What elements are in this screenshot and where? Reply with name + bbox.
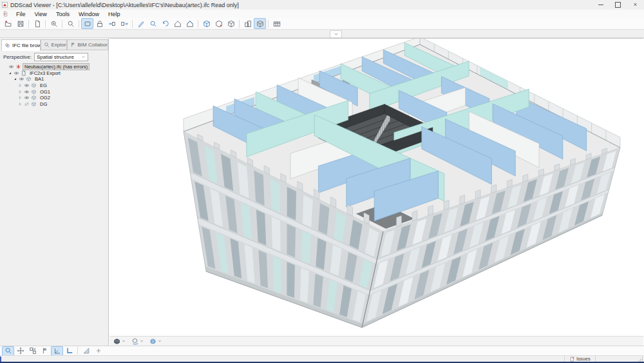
menu-file[interactable]: File bbox=[12, 10, 30, 18]
display-mode-button[interactable] bbox=[113, 338, 126, 345]
box3d-icon bbox=[31, 89, 37, 95]
perspective-value: Spatial structure bbox=[37, 54, 74, 60]
caret-col-icon bbox=[18, 90, 23, 94]
eye-icon bbox=[24, 89, 30, 95]
redline-button[interactable] bbox=[135, 18, 147, 29]
tree-item-og2[interactable]: OG2 bbox=[1, 95, 107, 101]
triangle-icon bbox=[82, 347, 90, 355]
tab-explorer[interactable]: Explorer bbox=[41, 39, 67, 50]
quantities-table-button[interactable] bbox=[270, 18, 283, 29]
view-update-button[interactable] bbox=[131, 338, 144, 345]
chevron-down-icon bbox=[158, 339, 162, 343]
zoom-selection-button[interactable] bbox=[147, 18, 159, 29]
title-bar: DDScad Viewer - [C:\Users\allefeld\Deskt… bbox=[0, 0, 644, 10]
bldg-sm-icon bbox=[244, 20, 252, 28]
caret-exp-icon bbox=[13, 77, 17, 81]
chevron-down-icon bbox=[122, 339, 126, 343]
resize-grip[interactable] bbox=[638, 357, 643, 362]
undo-icon bbox=[162, 20, 169, 28]
toolbar-separator bbox=[77, 347, 78, 355]
clipping-lock-button[interactable] bbox=[93, 18, 106, 29]
open-file-button[interactable] bbox=[2, 18, 14, 29]
page-icon bbox=[33, 20, 41, 28]
view-cube-button[interactable] bbox=[225, 18, 237, 29]
caret-exp-icon bbox=[8, 71, 12, 75]
zoom-mode-button[interactable] bbox=[2, 346, 14, 356]
section-in-button[interactable] bbox=[106, 18, 118, 29]
toolbar-separator bbox=[268, 20, 269, 28]
pan-mode-button[interactable] bbox=[14, 346, 26, 356]
zoom-blue-icon bbox=[149, 20, 157, 28]
home-icon bbox=[174, 20, 182, 28]
toolbar-separator bbox=[79, 20, 79, 28]
issues-label: Issues bbox=[576, 356, 591, 362]
perspective-select[interactable]: Spatial structure bbox=[34, 53, 88, 61]
table-icon bbox=[273, 20, 281, 28]
minimize-button[interactable] bbox=[592, 0, 609, 10]
tree-item-og1[interactable]: OG1 bbox=[1, 88, 107, 95]
clipping-box-button[interactable] bbox=[81, 18, 93, 29]
add-measurement-button[interactable] bbox=[92, 346, 104, 356]
view-home-alt-button[interactable] bbox=[184, 18, 196, 29]
orbit-mode-button[interactable] bbox=[149, 338, 162, 345]
tree-item-eg[interactable]: EG bbox=[1, 83, 107, 89]
document-icon bbox=[3, 11, 8, 17]
eye-icon bbox=[24, 95, 30, 101]
eye-icon bbox=[8, 64, 14, 70]
tab-ifc-file-browser[interactable]: IFC file browser bbox=[1, 39, 41, 51]
cube-x-icon bbox=[215, 20, 223, 28]
home2-icon bbox=[186, 20, 194, 28]
tree-item-ba1[interactable]: BA1 bbox=[1, 76, 107, 83]
select-elements-button[interactable] bbox=[26, 346, 39, 356]
viewer-toolbar bbox=[109, 336, 643, 346]
caret-col-icon bbox=[18, 83, 23, 88]
dispmode-icon bbox=[113, 338, 120, 345]
move-icon bbox=[17, 347, 24, 355]
measure-triangle-button[interactable] bbox=[80, 346, 92, 356]
tree-item-ifc2x3-export[interactable]: IFC2x3 Export bbox=[1, 70, 107, 77]
clipbox-icon bbox=[84, 20, 91, 28]
eye-icon bbox=[19, 76, 24, 82]
chevron-down-icon bbox=[140, 339, 144, 343]
panel-collapse-button[interactable] bbox=[330, 30, 342, 38]
view-previous-button[interactable] bbox=[159, 18, 171, 29]
axes-icon bbox=[53, 347, 61, 355]
measure-ruler-button[interactable] bbox=[63, 346, 75, 356]
menu-view[interactable]: View bbox=[30, 10, 52, 18]
view-cube-clear-button[interactable] bbox=[213, 18, 225, 29]
main-toolbar bbox=[0, 18, 644, 30]
sphere-icon bbox=[149, 338, 156, 345]
maximize-button[interactable] bbox=[609, 0, 627, 10]
flag-tool-button[interactable] bbox=[39, 346, 51, 356]
toolbar-separator bbox=[28, 20, 29, 28]
toolbar-separator bbox=[198, 20, 198, 28]
axes-mode-button[interactable] bbox=[51, 346, 63, 356]
new-document-button[interactable] bbox=[31, 18, 43, 29]
ifc-structure-tree: Neubau(artec).ifc (has errors)IFC2x3 Exp… bbox=[0, 63, 108, 108]
close-button[interactable]: × bbox=[627, 0, 644, 10]
tree-item-dg[interactable]: DG bbox=[1, 101, 107, 108]
zoom-window-button[interactable] bbox=[64, 18, 77, 29]
model-view-3d-button[interactable] bbox=[254, 18, 266, 29]
menu-help[interactable]: Help bbox=[104, 10, 125, 18]
menu-window[interactable]: Window bbox=[74, 10, 104, 18]
zoom-icon bbox=[67, 20, 75, 28]
zoom-in-button[interactable] bbox=[48, 18, 60, 29]
toolbar-separator bbox=[62, 20, 62, 28]
issues-button[interactable]: Issues bbox=[564, 356, 596, 362]
model-view-small-button[interactable] bbox=[242, 18, 254, 29]
save-button[interactable] bbox=[14, 18, 26, 29]
view-home-button[interactable] bbox=[171, 18, 184, 29]
bldg-icon bbox=[256, 20, 264, 28]
3d-viewport[interactable] bbox=[109, 38, 643, 336]
app-icon bbox=[2, 2, 8, 8]
tab-bim-collaborati-[interactable]: BIM Collaborati... bbox=[67, 39, 108, 50]
page-icon bbox=[21, 70, 26, 76]
view-cube-blue-button[interactable] bbox=[200, 18, 213, 29]
zoom-blue-icon bbox=[5, 347, 12, 355]
menu-tools[interactable]: Tools bbox=[52, 10, 74, 18]
section-out-button[interactable] bbox=[118, 18, 130, 29]
caret-col-icon bbox=[18, 95, 23, 100]
toolbar-separator bbox=[239, 20, 240, 28]
ifc-icon bbox=[5, 43, 10, 48]
